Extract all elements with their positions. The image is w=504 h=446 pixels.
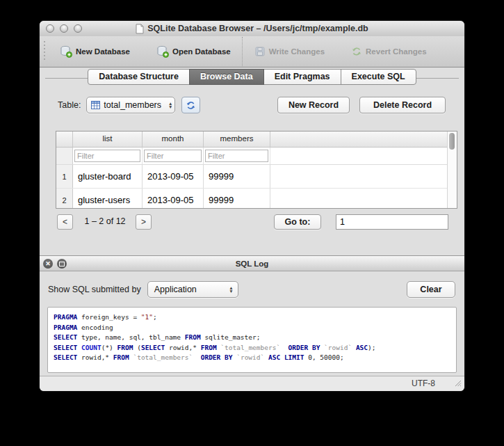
open-database-icon	[156, 45, 169, 58]
goto-record-input[interactable]	[336, 214, 448, 230]
new-database-label: New Database	[76, 47, 130, 56]
sql-log-header[interactable]: ✕ SQL Log	[40, 255, 464, 271]
table-header-row: list month members	[56, 132, 448, 148]
cell-members[interactable]: 99999	[204, 165, 270, 188]
undock-panel-icon[interactable]	[57, 259, 67, 269]
titlebar[interactable]: SQLite Database Browser – /Users/jc/tmp/…	[40, 21, 464, 37]
previous-page-button[interactable]: <	[57, 214, 73, 230]
zoom-window-button[interactable]	[74, 24, 82, 33]
new-database-icon	[60, 45, 72, 58]
table-row[interactable]: 2gluster-users2013-09-0599999	[56, 189, 448, 208]
record-range-label: 1 – 2 of 12	[76, 216, 133, 226]
table-icon	[91, 101, 100, 109]
column-header-members[interactable]: members	[204, 132, 270, 147]
open-database-label: Open Database	[172, 47, 231, 56]
revert-changes-button[interactable]: Revert Changes	[347, 43, 431, 60]
write-changes-label: Write Changes	[269, 47, 325, 56]
tab-browse-data[interactable]: Browse Data	[189, 69, 264, 85]
row-number-cell[interactable]: 1	[56, 165, 73, 188]
close-panel-icon[interactable]: ✕	[43, 259, 53, 269]
clear-log-button[interactable]: Clear	[407, 281, 455, 298]
column-header-month[interactable]: month	[143, 132, 204, 147]
table-scrollbar[interactable]	[447, 132, 457, 208]
goto-button[interactable]: Go to:	[274, 214, 321, 230]
sql-log-line: SELECT type, name, sql, tbl_name FROM sq…	[54, 333, 450, 343]
write-changes-icon	[254, 46, 266, 57]
new-database-button[interactable]: New Database	[56, 42, 134, 61]
select-stepper-icon: ▲▼	[167, 102, 174, 109]
status-bar: UTF-8	[40, 376, 464, 391]
title-area: SQLite Database Browser – /Users/jc/tmp/…	[40, 21, 464, 36]
filter-row	[56, 148, 448, 165]
browse-data-panel: Table: total_members ▲▼	[40, 86, 464, 255]
traffic-lights	[46, 24, 82, 33]
sql-log-title: SQL Log	[40, 256, 464, 271]
document-icon	[136, 24, 144, 34]
window-title: SQLite Database Browser – /Users/jc/tmp/…	[147, 24, 368, 33]
column-header-spacer	[270, 132, 448, 147]
tab-edit-pragmas[interactable]: Edit Pragmas	[263, 69, 341, 85]
show-sql-label: Show SQL submitted by	[48, 285, 141, 294]
cell-month[interactable]: 2013-09-05	[143, 165, 204, 188]
new-record-button[interactable]: New Record	[277, 97, 350, 113]
toolbar-separator	[242, 37, 243, 66]
tab-bar: Database Structure Browse Data Edit Prag…	[40, 67, 464, 86]
minimize-window-button[interactable]	[60, 24, 68, 33]
app-window: SQLite Database Browser – /Users/jc/tmp/…	[40, 21, 464, 391]
filter-input-month[interactable]	[144, 150, 202, 162]
filter-input-list[interactable]	[74, 150, 140, 162]
sql-source-select[interactable]: Application ▲▼	[147, 281, 238, 298]
close-window-button[interactable]	[46, 24, 54, 33]
sql-log-line: PRAGMA foreign_keys = "1";	[54, 312, 450, 323]
pagination-bar: < 1 – 2 of 12 > Go to:	[40, 214, 464, 231]
revert-changes-icon	[351, 46, 362, 57]
desktop-background: SQLite Database Browser – /Users/jc/tmp/…	[0, 0, 504, 446]
table-scrollbar-thumb[interactable]	[449, 133, 455, 150]
table-label: Table:	[58, 100, 81, 110]
sql-log-output[interactable]: PRAGMA foreign_keys = "1";PRAGMA encodin…	[47, 307, 457, 373]
toolbar-drag-handle[interactable]	[43, 41, 46, 62]
tab-execute-sql[interactable]: Execute SQL	[341, 69, 416, 85]
sql-source-value: Application	[152, 285, 202, 294]
data-table: list month members 1gluster-board2013-09…	[56, 131, 457, 209]
delete-record-button[interactable]: Delete Record	[359, 97, 446, 113]
sql-log-line: SELECT rowid,* FROM `total_members` ORDE…	[54, 353, 450, 363]
write-changes-button[interactable]: Write Changes	[250, 43, 329, 60]
column-header-list[interactable]: list	[73, 132, 143, 147]
cell-list[interactable]: gluster-board	[73, 165, 143, 188]
refresh-icon	[186, 100, 196, 111]
cell-list[interactable]: gluster-users	[73, 189, 143, 208]
sql-log-panel: ✕ SQL Log Show SQL submitted by Applicat…	[40, 255, 464, 376]
toolbar: New Database Open Database	[40, 36, 464, 67]
encoding-label: UTF-8	[412, 379, 435, 388]
cell-spacer	[270, 165, 448, 188]
tab-database-structure[interactable]: Database Structure	[88, 69, 190, 85]
table-row[interactable]: 1gluster-board2013-09-0599999	[56, 165, 448, 189]
resize-grip-icon[interactable]	[453, 377, 462, 390]
table-select[interactable]: total_members ▲▼	[86, 97, 175, 113]
sql-log-line: SELECT COUNT(*) FROM (SELECT rowid,* FRO…	[54, 343, 450, 353]
sql-log-line: PRAGMA encoding	[54, 323, 450, 333]
cell-spacer	[270, 189, 448, 208]
refresh-table-button[interactable]	[181, 97, 200, 113]
table-select-value: total_members	[100, 100, 167, 110]
select-stepper-icon: ▲▼	[227, 286, 234, 293]
next-page-button[interactable]: >	[136, 214, 152, 230]
open-database-button[interactable]: Open Database	[152, 42, 235, 61]
revert-changes-label: Revert Changes	[366, 47, 427, 56]
row-number-cell[interactable]: 2	[56, 189, 73, 208]
filter-input-members[interactable]	[205, 150, 268, 162]
row-number-header	[56, 132, 73, 147]
cell-month[interactable]: 2013-09-05	[143, 189, 204, 208]
cell-members[interactable]: 99999	[204, 189, 270, 208]
